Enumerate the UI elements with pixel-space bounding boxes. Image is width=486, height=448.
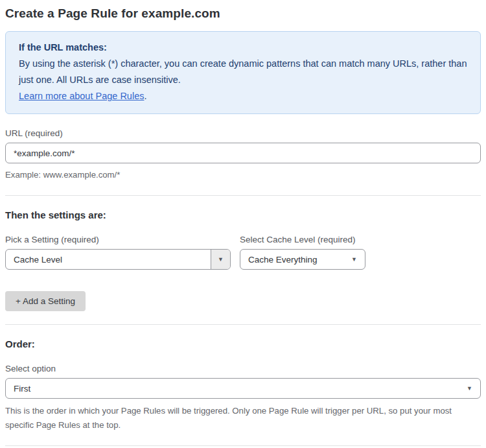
pick-setting-group: Pick a Setting (required) Cache Level ▼ [5, 235, 231, 270]
cache-level-value: Cache Everything [240, 250, 351, 269]
order-select[interactable]: First ▼ [5, 378, 481, 399]
chevron-down-icon: ▼ [467, 386, 472, 392]
chevron-down-icon: ▼ [218, 257, 224, 263]
order-select-label: Select option [5, 364, 481, 373]
pick-setting-value: Cache Level [6, 250, 211, 269]
pick-setting-label: Pick a Setting (required) [5, 235, 231, 244]
pick-setting-select[interactable]: Cache Level ▼ [5, 249, 231, 270]
page-title: Create a Page Rule for example.com [5, 6, 481, 21]
add-setting-wrap: + Add a Setting [5, 291, 481, 311]
cache-level-arrow: ▼ [351, 250, 365, 269]
page-rule-form: Create a Page Rule for example.com If th… [0, 0, 486, 448]
order-help-text: This is the order in which your Page Rul… [5, 404, 481, 432]
add-setting-button[interactable]: + Add a Setting [5, 291, 86, 311]
settings-heading: Then the settings are: [5, 209, 481, 220]
info-box-link-line: Learn more about Page Rules. [19, 88, 467, 104]
cache-level-select[interactable]: Cache Everything ▼ [240, 249, 365, 270]
chevron-down-icon: ▼ [351, 257, 357, 263]
order-heading: Order: [5, 338, 481, 349]
settings-row: Pick a Setting (required) Cache Level ▼ … [5, 235, 481, 270]
divider [5, 195, 481, 196]
url-label: URL (required) [5, 128, 481, 138]
info-box-body: By using the asterisk (*) character, you… [19, 56, 467, 88]
link-suffix: . [144, 91, 146, 101]
cache-level-group: Select Cache Level (required) Cache Ever… [240, 235, 365, 270]
cache-level-label: Select Cache Level (required) [240, 235, 365, 244]
pick-setting-arrow-section[interactable]: ▼ [211, 250, 230, 269]
learn-more-link[interactable]: Learn more about Page Rules [19, 91, 144, 101]
url-section: URL (required) Example: www.example.com/… [5, 128, 481, 182]
url-example-text: Example: www.example.com/* [5, 168, 481, 182]
url-input[interactable] [5, 143, 481, 163]
info-box-heading: If the URL matches: [19, 40, 467, 56]
url-match-info-box: If the URL matches: By using the asteris… [5, 31, 481, 114]
divider [5, 445, 481, 446]
divider [5, 324, 481, 325]
order-select-value: First [6, 379, 467, 398]
order-select-arrow: ▼ [467, 379, 480, 398]
